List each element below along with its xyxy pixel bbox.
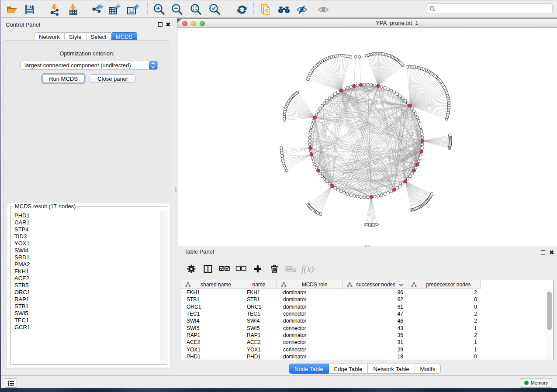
graph-node[interactable] xyxy=(401,182,404,185)
graph-node[interactable] xyxy=(448,134,451,137)
import-table-button[interactable] xyxy=(66,2,81,17)
graph-node[interactable] xyxy=(380,86,383,88)
graph-node[interactable] xyxy=(408,104,412,107)
graph-node[interactable] xyxy=(321,175,323,178)
zoom-in-button[interactable] xyxy=(152,2,166,17)
graph-node[interactable] xyxy=(349,86,352,88)
table-row[interactable]: ACE2ACE2connector311 xyxy=(181,339,553,346)
table-row[interactable]: SWI4SWI4dominator462 xyxy=(181,317,553,324)
table-row[interactable]: SWI5SWI5connector431 xyxy=(181,324,553,331)
graph-node[interactable] xyxy=(334,186,336,189)
graph-node[interactable] xyxy=(363,196,366,199)
result-list-item[interactable]: STB1 xyxy=(11,303,160,310)
delete-table-button[interactable] xyxy=(283,262,299,275)
tab-mcds[interactable]: MCDS xyxy=(111,32,137,41)
graph-node[interactable] xyxy=(323,178,326,180)
graph-node[interactable] xyxy=(313,116,317,119)
run-mcds-button[interactable]: Run MCDS xyxy=(42,74,84,83)
graph-node[interactable] xyxy=(408,175,411,178)
graph-node[interactable] xyxy=(346,86,349,89)
graph-node[interactable] xyxy=(420,150,423,153)
table-row[interactable]: PHD1PHD1dominator180 xyxy=(181,353,553,360)
graph-node[interactable] xyxy=(308,136,311,139)
column-header-shared-name[interactable]: shared name xyxy=(181,280,241,289)
graph-node[interactable] xyxy=(308,146,312,150)
graph-node[interactable] xyxy=(406,102,409,104)
graph-node[interactable] xyxy=(321,104,323,107)
delete-column-button[interactable] xyxy=(266,262,283,275)
function-builder-button[interactable]: f(x) xyxy=(299,262,316,275)
graph-node[interactable] xyxy=(401,97,404,100)
result-list-item[interactable]: RAP1 xyxy=(11,296,160,303)
graph-node[interactable] xyxy=(308,143,311,146)
graph-node[interactable] xyxy=(336,189,339,191)
duplicate-network-button[interactable] xyxy=(259,2,273,17)
graph-node[interactable] xyxy=(380,194,383,196)
result-list-scrollbar[interactable] xyxy=(160,210,166,364)
table-scrollbar[interactable] xyxy=(546,289,553,360)
result-list-item[interactable]: TID3 xyxy=(11,233,160,240)
graph-node[interactable] xyxy=(356,195,359,198)
zoom-out-button[interactable] xyxy=(170,2,184,17)
result-list-item[interactable]: TEC1 xyxy=(11,317,160,324)
graph-node[interactable] xyxy=(406,178,409,180)
graph-node[interactable] xyxy=(387,192,389,194)
create-column-button[interactable] xyxy=(249,262,266,275)
graph-node[interactable] xyxy=(365,55,368,57)
column-header-MCDS-role[interactable]: MCDS role xyxy=(277,280,343,289)
graph-node[interactable] xyxy=(393,188,396,192)
graph-node[interactable] xyxy=(406,65,408,68)
zoom-selected-button[interactable] xyxy=(207,2,222,17)
graph-node[interactable] xyxy=(377,195,379,197)
graph-node[interactable] xyxy=(354,55,357,58)
tab-motifs[interactable]: Motifs xyxy=(415,364,441,374)
export-table-button[interactable] xyxy=(107,2,122,17)
result-list-item[interactable]: PMA2 xyxy=(11,261,160,268)
graphics-details-button[interactable] xyxy=(294,2,309,17)
export-image-button[interactable] xyxy=(125,2,140,17)
close-panel-icon[interactable]: ✖ xyxy=(549,250,554,254)
graph-node[interactable] xyxy=(323,102,326,104)
graph-node[interactable] xyxy=(319,213,322,216)
search-field[interactable] xyxy=(426,3,553,14)
task-history-button[interactable] xyxy=(5,378,17,388)
graph-node[interactable] xyxy=(411,172,413,175)
graph-node[interactable] xyxy=(325,180,328,182)
graph-node[interactable] xyxy=(317,110,319,113)
graph-node[interactable] xyxy=(411,107,413,110)
result-list-item[interactable]: CAR1 xyxy=(11,219,160,226)
graph-node[interactable] xyxy=(311,157,314,159)
graph-node[interactable] xyxy=(325,99,328,102)
graph-node[interactable] xyxy=(415,166,417,169)
graph-node[interactable] xyxy=(334,93,336,95)
memory-button[interactable]: Memory xyxy=(520,378,552,388)
open-file-button[interactable] xyxy=(4,2,19,17)
tab-network[interactable]: Network xyxy=(34,32,65,41)
graph-node[interactable] xyxy=(280,147,283,149)
zoom-fit-button[interactable] xyxy=(188,2,203,17)
import-network-button[interactable] xyxy=(47,2,62,17)
graph-node[interactable] xyxy=(356,84,359,86)
graph-node[interactable] xyxy=(374,84,376,86)
graph-node[interactable] xyxy=(339,190,342,193)
table-split-view-button[interactable] xyxy=(200,262,216,275)
graph-node[interactable] xyxy=(415,163,419,166)
float-panel-icon[interactable] xyxy=(158,22,163,27)
graph-node[interactable] xyxy=(399,185,401,187)
graph-node[interactable] xyxy=(310,126,313,128)
graph-node[interactable] xyxy=(377,84,380,88)
graph-node[interactable] xyxy=(404,99,407,102)
graph-node[interactable] xyxy=(417,160,420,162)
graph-node[interactable] xyxy=(421,143,424,146)
table-settings-button[interactable] xyxy=(183,262,200,275)
graph-node[interactable] xyxy=(396,93,398,95)
graph-node[interactable] xyxy=(349,194,352,196)
unselect-all-rows-button[interactable] xyxy=(233,262,249,275)
graph-node[interactable] xyxy=(390,190,392,193)
graph-node[interactable] xyxy=(309,129,312,132)
graph-node[interactable] xyxy=(387,88,389,90)
search-input[interactable] xyxy=(438,5,549,12)
graph-node[interactable] xyxy=(308,140,311,142)
graph-node[interactable] xyxy=(328,182,331,185)
graph-node[interactable] xyxy=(419,126,422,128)
